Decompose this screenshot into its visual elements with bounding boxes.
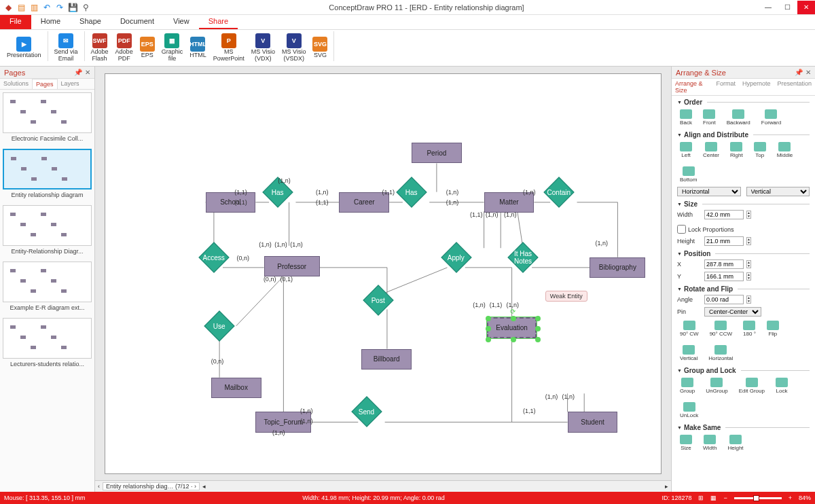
- scroll-left-icon[interactable]: ‹: [98, 483, 100, 490]
- height-input[interactable]: [704, 236, 744, 246]
- ribbon-ms-visio-(vsdx)[interactable]: VMS Visio(VSDX): [279, 31, 308, 64]
- entity-billboard[interactable]: Billboard: [361, 349, 412, 370]
- arrange-tab-hypernote[interactable]: Hypernote: [739, 79, 774, 95]
- page-thumbnail[interactable]: Example E-R diagram ext...: [3, 262, 92, 311]
- width-input[interactable]: [704, 210, 744, 219]
- entity-student[interactable]: Student: [568, 412, 618, 432]
- makesame-size-button[interactable]: Size: [677, 433, 695, 452]
- angle-spinner[interactable]: ▲▼: [746, 295, 751, 304]
- ribbon-adobe-flash[interactable]: SWFAdobeFlash: [88, 31, 111, 64]
- group-unlock-button[interactable]: UnLock: [677, 401, 701, 420]
- horizontal-distribute-select[interactable]: Horizontal: [677, 187, 741, 196]
- open-icon[interactable]: ▥: [29, 2, 39, 13]
- order-backward-button[interactable]: Backward: [724, 108, 753, 127]
- arrange-tab-arrange-&-size[interactable]: Arrange & Size: [672, 79, 712, 95]
- height-spinner[interactable]: ▲▼: [746, 237, 751, 245]
- position-section[interactable]: Position: [677, 250, 810, 257]
- page-thumbnail[interactable]: Entity-Relationship Diagr...: [3, 205, 92, 255]
- align-bottom-button[interactable]: Bottom: [677, 165, 700, 184]
- save-icon[interactable]: 💾: [67, 2, 78, 13]
- ribbon-html[interactable]: HTMLHTML: [187, 31, 209, 64]
- align-top-button[interactable]: Top: [751, 141, 769, 160]
- y-spinner[interactable]: ▲▼: [746, 272, 751, 281]
- scroll-bar-horizontal[interactable]: ▸: [665, 483, 668, 490]
- ribbon-presentation[interactable]: ▶Presentation: [4, 31, 44, 64]
- arrange-tab-format[interactable]: Format: [712, 79, 739, 95]
- ribbon-graphic-file[interactable]: ▦Graphicfile: [159, 31, 186, 64]
- zoom-out-icon[interactable]: −: [723, 494, 727, 501]
- rotate-vertical-button[interactable]: Vertical: [677, 344, 700, 363]
- new-icon[interactable]: ▤: [16, 2, 26, 13]
- zoom-slider[interactable]: [734, 497, 782, 499]
- entity-bibliography[interactable]: Bibliography: [590, 257, 645, 278]
- rotate-90°-cw-button[interactable]: 90° CW: [677, 319, 702, 338]
- selection-handle[interactable]: [511, 316, 516, 321]
- next-page-icon[interactable]: ›: [194, 483, 196, 490]
- ribbon-svg[interactable]: SVGSVG: [310, 31, 330, 64]
- lock-proportions-checkbox[interactable]: Lock Proportions: [677, 225, 734, 234]
- pages-tab-solutions[interactable]: Solutions: [0, 79, 32, 89]
- arrange-tab-presentation[interactable]: Presentation: [774, 79, 815, 95]
- size-section[interactable]: Size: [677, 200, 810, 208]
- ribbon-send-via-email[interactable]: ✉Send viaEmail: [52, 31, 81, 64]
- entity-period[interactable]: Period: [412, 143, 462, 163]
- align-middle-button[interactable]: Middle: [774, 141, 796, 160]
- group-group-button[interactable]: Group: [677, 376, 698, 395]
- selection-handle[interactable]: [486, 316, 491, 321]
- ribbon-eps[interactable]: EPSEPS: [137, 31, 158, 64]
- width-spinner[interactable]: ▲▼: [746, 211, 751, 219]
- pin-icon[interactable]: 📌: [74, 69, 82, 76]
- grid-icon[interactable]: ▦: [710, 494, 717, 501]
- align-section[interactable]: Align and Distribute: [677, 131, 810, 139]
- page-thumbnail[interactable]: Lecturers-students relatio...: [3, 318, 92, 367]
- order-front-button[interactable]: Front: [700, 108, 719, 127]
- print-icon[interactable]: ⚲: [80, 2, 91, 13]
- close-button[interactable]: ✕: [797, 1, 815, 14]
- ribbon-tab-home[interactable]: Home: [31, 15, 70, 29]
- makesame-height-button[interactable]: Height: [725, 433, 746, 452]
- close-panel-icon[interactable]: ✕: [85, 69, 90, 76]
- rotate-90°-ccw-button[interactable]: 90° CCW: [707, 319, 735, 338]
- close-panel-icon[interactable]: ✕: [805, 69, 811, 76]
- pin-icon[interactable]: 📌: [795, 69, 803, 76]
- makesame-width-button[interactable]: Width: [700, 433, 719, 452]
- order-forward-button[interactable]: Forward: [759, 108, 784, 127]
- canvas-scroll[interactable]: PeriodSchoolCareerMatterBibliographyProf…: [95, 67, 671, 480]
- pages-tab-layers[interactable]: Layers: [58, 79, 83, 89]
- entity-professor[interactable]: Professor: [264, 256, 320, 276]
- page-thumbnail[interactable]: Electronic Facsimile Coll...: [3, 92, 92, 142]
- maximize-button[interactable]: ☐: [778, 1, 796, 14]
- zoom-in-icon[interactable]: +: [789, 494, 792, 501]
- ribbon-tab-file[interactable]: File: [0, 15, 31, 29]
- snap-icon[interactable]: ⊞: [698, 494, 704, 501]
- order-back-button[interactable]: Back: [677, 108, 695, 127]
- weak-entity-evaluation[interactable]: Evaluation⟳: [487, 317, 537, 338]
- rotate-180-°-button[interactable]: 180 °: [740, 319, 759, 338]
- page-thumbnail[interactable]: Entity relationship diagram: [3, 149, 92, 198]
- group-ungroup-button[interactable]: UnGroup: [703, 376, 730, 395]
- entity-mailbox[interactable]: Mailbox: [211, 378, 261, 398]
- ribbon-ms-powerpoint[interactable]: PMSPowerPoint: [211, 31, 247, 64]
- angle-input[interactable]: [704, 295, 744, 304]
- ribbon-tab-document[interactable]: Document: [111, 15, 164, 29]
- group-lock-button[interactable]: Lock: [773, 376, 791, 395]
- page-tab[interactable]: Entity relationship diag… (7/12 · ›: [103, 482, 200, 490]
- ribbon-ms-visio-(vdx)[interactable]: VMS Visio(VDX): [249, 31, 278, 64]
- diagram-canvas[interactable]: PeriodSchoolCareerMatterBibliographyProf…: [105, 73, 662, 474]
- rotate-section[interactable]: Rotate and Flip: [677, 285, 810, 293]
- rotate-horizontal-button[interactable]: Horizontal: [706, 344, 736, 363]
- pin-select[interactable]: Center-Center: [704, 307, 761, 317]
- group-section[interactable]: Group and Lock: [677, 367, 810, 374]
- ribbon-tab-share[interactable]: Share: [199, 15, 238, 29]
- rotate-flip-button[interactable]: Flip: [764, 319, 782, 338]
- selection-handle[interactable]: [486, 337, 491, 342]
- x-input[interactable]: [704, 259, 744, 269]
- ribbon-tab-view[interactable]: View: [164, 15, 199, 29]
- vertical-distribute-select[interactable]: Vertical: [746, 187, 810, 196]
- align-center-button[interactable]: Center: [700, 141, 722, 160]
- order-section[interactable]: Order: [677, 98, 810, 106]
- ribbon-tab-shape[interactable]: Shape: [70, 15, 111, 29]
- undo-icon[interactable]: ↶: [41, 2, 52, 13]
- x-spinner[interactable]: ▲▼: [746, 260, 751, 268]
- selection-handle[interactable]: [486, 326, 491, 331]
